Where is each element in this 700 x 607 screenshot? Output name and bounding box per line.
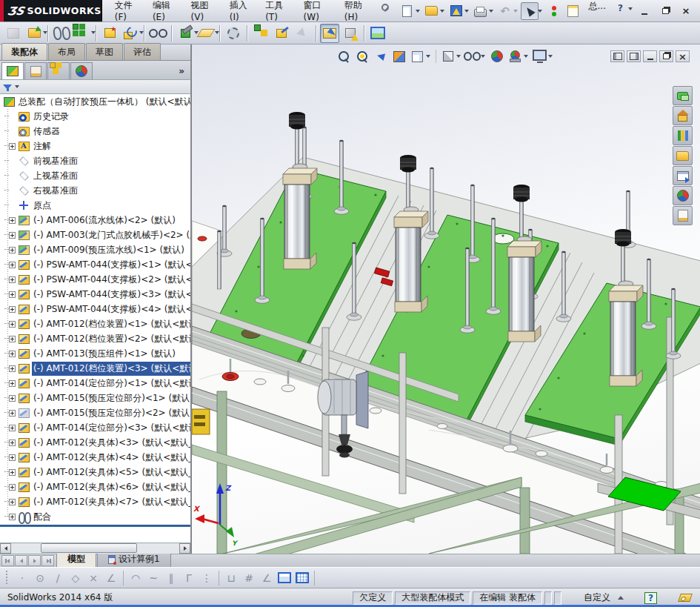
tree-item[interactable]: (-) AMT-015(预压定位部分)<1> (默认): [0, 391, 190, 405]
sketch-line[interactable]: /: [49, 569, 67, 587]
apply-scene[interactable]: [506, 47, 524, 65]
tree-item[interactable]: 历史记录: [0, 109, 190, 124]
close[interactable]: [676, 4, 696, 19]
child-minimize[interactable]: [643, 50, 657, 62]
first-tab[interactable]: [1, 555, 14, 566]
sketch-point[interactable]: ·: [13, 569, 31, 587]
chevron-down-icon[interactable]: [489, 10, 493, 13]
explode-line-sketch[interactable]: [272, 24, 291, 43]
toolbar-button[interactable]: [361, 24, 367, 43]
tag-icon[interactable]: [678, 594, 693, 602]
tree-item[interactable]: (-) PSW-AMT-044(支撑板)<4> (默认<<默认>_显示状态 1>…: [0, 302, 190, 316]
command-tab[interactable]: 草图: [86, 43, 123, 60]
sketch-corner[interactable]: Γ: [180, 569, 198, 587]
mate[interactable]: [52, 24, 71, 43]
expand-plus-icon[interactable]: [9, 365, 16, 372]
tree-item[interactable]: (-) AMT-012(夹具体)<6> (默认<默认_显示状态 1>): [0, 480, 190, 494]
toolbar-button[interactable]: [141, 24, 147, 43]
tree-item[interactable]: (-) PSW-AMT-044(支撑板)<3> (默认<<默认>_显示状态 1>…: [0, 287, 190, 302]
tree-item[interactable]: (-) AMT-012(档位装置)<3> (默认<默认_显示状态 1>): [0, 361, 190, 376]
command-tab[interactable]: 布局: [48, 43, 85, 60]
open-component[interactable]: [24, 24, 44, 43]
maximize-restore[interactable]: [656, 4, 675, 19]
open-document[interactable]: [423, 2, 441, 20]
expand-plus-icon[interactable]: [9, 336, 16, 342]
assembly-features[interactable]: [176, 24, 195, 43]
scroll-thumb[interactable]: [41, 543, 137, 553]
chevron-down-icon[interactable]: [416, 10, 420, 13]
tree-item[interactable]: 传感器: [0, 124, 190, 139]
toolbar-button[interactable]: [169, 24, 174, 43]
dock-left[interactable]: [610, 50, 624, 62]
child-close[interactable]: [676, 50, 690, 62]
tree-item[interactable]: (-) AMT-014(定位部分)<1> (默认<默认_显示状态 1>): [0, 376, 190, 391]
new-document[interactable]: [399, 2, 416, 20]
tree-root-item[interactable]: 总装配（自动打胶预压一体机） (默认<默认_显示状态 1>): [0, 94, 190, 109]
view-tool-button[interactable]: [433, 47, 439, 65]
solidworks-resources[interactable]: [673, 106, 693, 125]
file-explorer[interactable]: [673, 146, 693, 165]
edit-appearance[interactable]: [487, 47, 506, 65]
display-style[interactable]: [439, 47, 457, 65]
move-component[interactable]: [121, 24, 140, 43]
smart-fasteners[interactable]: [100, 24, 119, 43]
tree-filter-row[interactable]: [0, 80, 190, 94]
cad-model-canvas[interactable]: Z X Y: [192, 44, 700, 554]
expand-plus-icon[interactable]: [9, 276, 16, 283]
sketch-tool-button[interactable]: [311, 569, 318, 587]
expand-plus-icon[interactable]: [9, 425, 16, 431]
model-yellow-bracket[interactable]: [192, 409, 210, 434]
document-tab[interactable]: 模型: [56, 551, 96, 567]
expand-plus-icon[interactable]: [9, 232, 16, 239]
tree-item[interactable]: (-) AMT-012(档位装置)<2> (默认<默认_显示状态 1>): [0, 331, 190, 346]
section-view[interactable]: [390, 47, 408, 65]
solidworks-forum[interactable]: [673, 86, 693, 105]
chevron-down-icon[interactable]: [513, 10, 518, 13]
menu-item[interactable]: 工具(T): [259, 0, 296, 25]
insert-component[interactable]: [4, 24, 23, 43]
toolbar-grip[interactable]: [4, 571, 10, 586]
sketch-spline[interactable]: ~: [144, 569, 162, 587]
expand-plus-icon[interactable]: [9, 247, 16, 253]
chevron-down-icon[interactable]: [538, 10, 542, 13]
instant3d[interactable]: [293, 24, 312, 43]
sketch-tool-button[interactable]: [216, 569, 222, 587]
scroll-left-arrow[interactable]: [0, 543, 11, 554]
chevron-down-icon[interactable]: [456, 55, 461, 58]
menu-item[interactable]: 视图(V): [184, 0, 223, 25]
tree-item[interactable]: 前视基准面: [0, 153, 190, 168]
zoom-to-fit[interactable]: [334, 47, 353, 65]
view-palette[interactable]: [673, 166, 693, 185]
convert-entities[interactable]: ⊔: [222, 569, 240, 587]
toolbar-button[interactable]: [45, 24, 50, 43]
sketch-tool-button[interactable]: [120, 569, 127, 587]
design-library[interactable]: [673, 126, 693, 145]
next-tab[interactable]: [28, 555, 41, 566]
dock-right[interactable]: [627, 50, 641, 62]
expand-plus-icon[interactable]: [9, 395, 16, 402]
menu-item[interactable]: 文件(F): [108, 0, 146, 25]
chevron-down-icon[interactable]: [628, 7, 633, 10]
reference-geometry[interactable]: [196, 24, 216, 43]
tree-item[interactable]: (-) AMT-009(预压流水线)<1> (默认): [0, 242, 190, 257]
new-motion-study[interactable]: [224, 24, 243, 43]
preview-window[interactable]: [368, 24, 387, 43]
scroll-right-arrow[interactable]: [179, 543, 190, 554]
tree-item[interactable]: (-) PSW-AMT-044(支撑板)<1> (默认<<默认>_显示状态 1>…: [0, 257, 190, 272]
chevron-down-icon[interactable]: [15, 85, 19, 88]
tree-item[interactable]: (-) AMT-003(龙门式点胶机械手)<2> (默认<默认_显示状态 1>): [0, 228, 190, 242]
linear-component-pattern[interactable]: [73, 24, 92, 43]
minimize[interactable]: [635, 4, 654, 19]
toolbar-button[interactable]: [244, 24, 250, 43]
sketch-trim[interactable]: ×: [84, 569, 102, 587]
sketch-construction[interactable]: ⋮: [198, 569, 216, 587]
assembly-visualization[interactable]: [341, 24, 360, 43]
tree-item[interactable]: (-) AMT-012(夹具体)<3> (默认<默认_显示状态 1>): [0, 435, 190, 450]
chevron-down-icon[interactable]: [426, 55, 430, 58]
tree-item[interactable]: (-) AMT-015(预压定位部分)<2> (默认): [0, 405, 190, 420]
expand-plus-icon[interactable]: [9, 514, 16, 520]
design-table[interactable]: [276, 569, 293, 587]
expand-plus-icon[interactable]: [9, 291, 16, 298]
general-table[interactable]: [293, 569, 311, 587]
tree-item[interactable]: (-) AMT-012(档位装置)<1> (默认<默认_显示状态 1>): [0, 316, 190, 331]
